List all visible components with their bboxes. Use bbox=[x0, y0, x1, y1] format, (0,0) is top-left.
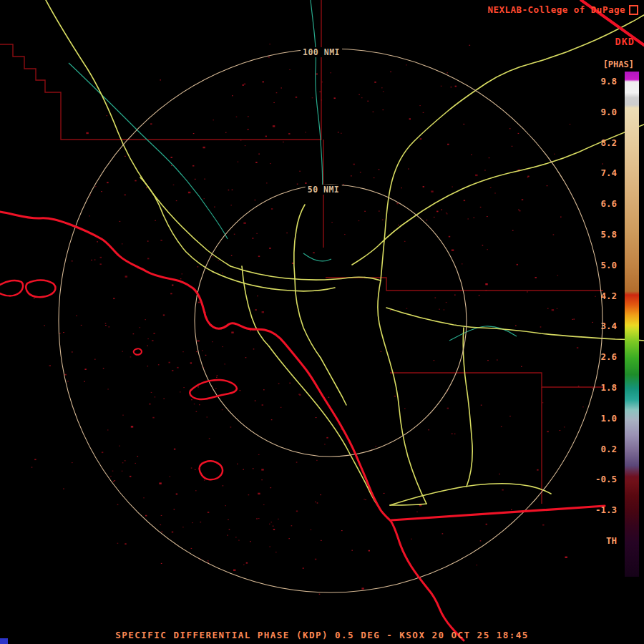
range-ring-label-50: 50 NMI bbox=[306, 185, 342, 195]
road-path bbox=[378, 280, 426, 504]
product-code: DKD bbox=[615, 36, 635, 47]
river-path bbox=[69, 63, 228, 239]
road-path bbox=[352, 125, 644, 265]
radar-map bbox=[0, 0, 644, 644]
island-san-clemente bbox=[199, 461, 223, 479]
brand-text: NEXLAB-College of DuPage bbox=[487, 4, 625, 15]
range-ring-50nmi bbox=[195, 185, 467, 457]
county-border-path bbox=[326, 278, 603, 291]
range-ring-label-100: 100 NMI bbox=[301, 47, 342, 57]
island-santa-barbara bbox=[134, 348, 142, 355]
river-path bbox=[303, 253, 331, 261]
corner-chip bbox=[0, 638, 8, 644]
river-path bbox=[449, 326, 517, 341]
county-borders-layer bbox=[0, 0, 603, 504]
brand-logo-icon bbox=[629, 5, 638, 15]
road-path bbox=[230, 266, 381, 280]
brand: NEXLAB-College of DuPage bbox=[487, 4, 638, 15]
road-path bbox=[463, 328, 472, 487]
product-tag: [PHAS] bbox=[603, 59, 634, 69]
island-channel-east bbox=[26, 280, 55, 298]
road-path bbox=[242, 266, 269, 346]
road-path bbox=[294, 205, 305, 278]
island-channel-west bbox=[0, 280, 23, 296]
mexico-border-line bbox=[391, 506, 605, 520]
roads-layer bbox=[46, 0, 644, 518]
road-path bbox=[390, 484, 551, 505]
county-border-path bbox=[390, 373, 603, 387]
coastline-layer bbox=[0, 0, 644, 640]
road-path bbox=[213, 272, 335, 291]
county-border-path bbox=[0, 0, 321, 140]
road-path bbox=[381, 15, 644, 280]
colorbar-strip bbox=[625, 72, 639, 577]
coastline-path bbox=[0, 212, 464, 640]
radar-screen: NEXLAB-College of DuPage DKD [PHAS] 9.89… bbox=[0, 0, 644, 644]
road-path bbox=[140, 177, 213, 272]
caption: SPECIFIC DIFFERENTIAL PHASE (KDP) 0.5 DE… bbox=[0, 630, 644, 640]
